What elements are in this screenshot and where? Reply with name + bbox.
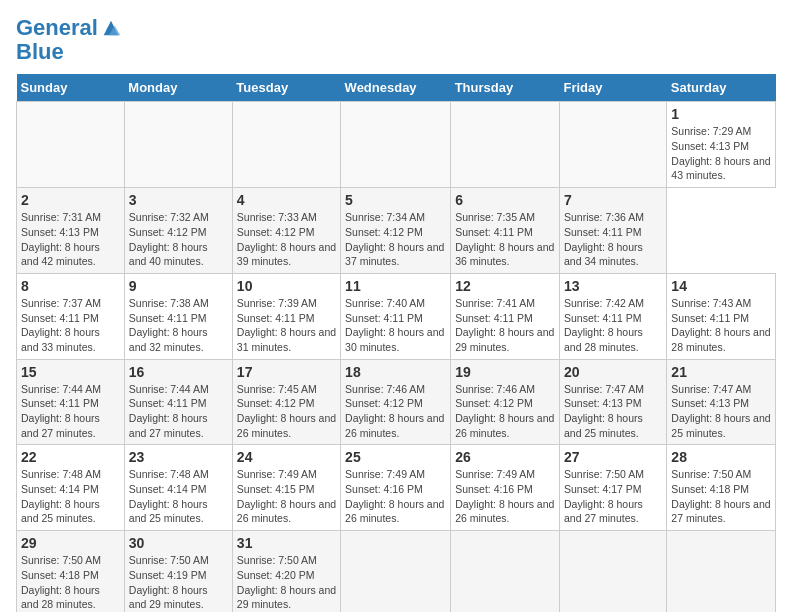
day-info: Sunrise: 7:49 AMSunset: 4:16 PMDaylight:… [455,467,555,526]
day-number: 16 [129,364,228,380]
calendar-cell: 24Sunrise: 7:49 AMSunset: 4:15 PMDayligh… [232,445,340,531]
calendar-cell: 6Sunrise: 7:35 AMSunset: 4:11 PMDaylight… [451,188,560,274]
day-info: Sunrise: 7:48 AMSunset: 4:14 PMDaylight:… [21,467,120,526]
day-number: 11 [345,278,446,294]
day-info: Sunrise: 7:50 AMSunset: 4:17 PMDaylight:… [564,467,662,526]
weekday-header-sunday: Sunday [17,74,125,102]
day-number: 1 [671,106,771,122]
calendar-cell: 16Sunrise: 7:44 AMSunset: 4:11 PMDayligh… [124,359,232,445]
day-number: 15 [21,364,120,380]
day-info: Sunrise: 7:47 AMSunset: 4:13 PMDaylight:… [671,382,771,441]
day-number: 26 [455,449,555,465]
calendar-cell [124,102,232,188]
day-number: 25 [345,449,446,465]
day-number: 12 [455,278,555,294]
day-number: 6 [455,192,555,208]
day-info: Sunrise: 7:32 AMSunset: 4:12 PMDaylight:… [129,210,228,269]
calendar-cell [559,102,666,188]
calendar-cell [232,102,340,188]
day-number: 31 [237,535,336,551]
day-number: 30 [129,535,228,551]
calendar-cell: 12Sunrise: 7:41 AMSunset: 4:11 PMDayligh… [451,273,560,359]
day-number: 5 [345,192,446,208]
day-info: Sunrise: 7:46 AMSunset: 4:12 PMDaylight:… [345,382,446,441]
calendar-cell: 27Sunrise: 7:50 AMSunset: 4:17 PMDayligh… [559,445,666,531]
weekday-header-monday: Monday [124,74,232,102]
calendar-cell: 28Sunrise: 7:50 AMSunset: 4:18 PMDayligh… [667,445,776,531]
logo-icon [100,17,122,39]
day-number: 7 [564,192,662,208]
day-info: Sunrise: 7:44 AMSunset: 4:11 PMDaylight:… [129,382,228,441]
day-number: 21 [671,364,771,380]
day-info: Sunrise: 7:50 AMSunset: 4:19 PMDaylight:… [129,553,228,612]
calendar-week-row: 22Sunrise: 7:48 AMSunset: 4:14 PMDayligh… [17,445,776,531]
day-number: 8 [21,278,120,294]
calendar-week-row: 15Sunrise: 7:44 AMSunset: 4:11 PMDayligh… [17,359,776,445]
calendar-cell [559,531,666,612]
calendar-cell: 2Sunrise: 7:31 AMSunset: 4:13 PMDaylight… [17,188,125,274]
day-info: Sunrise: 7:42 AMSunset: 4:11 PMDaylight:… [564,296,662,355]
calendar-cell: 5Sunrise: 7:34 AMSunset: 4:12 PMDaylight… [341,188,451,274]
calendar-cell: 17Sunrise: 7:45 AMSunset: 4:12 PMDayligh… [232,359,340,445]
calendar-cell: 18Sunrise: 7:46 AMSunset: 4:12 PMDayligh… [341,359,451,445]
calendar-cell: 22Sunrise: 7:48 AMSunset: 4:14 PMDayligh… [17,445,125,531]
calendar-cell: 20Sunrise: 7:47 AMSunset: 4:13 PMDayligh… [559,359,666,445]
calendar-cell: 14Sunrise: 7:43 AMSunset: 4:11 PMDayligh… [667,273,776,359]
calendar-cell: 3Sunrise: 7:32 AMSunset: 4:12 PMDaylight… [124,188,232,274]
calendar-cell [451,531,560,612]
day-info: Sunrise: 7:31 AMSunset: 4:13 PMDaylight:… [21,210,120,269]
calendar-table: SundayMondayTuesdayWednesdayThursdayFrid… [16,74,776,612]
calendar-cell [341,102,451,188]
day-info: Sunrise: 7:38 AMSunset: 4:11 PMDaylight:… [129,296,228,355]
weekday-header-thursday: Thursday [451,74,560,102]
day-info: Sunrise: 7:37 AMSunset: 4:11 PMDaylight:… [21,296,120,355]
day-info: Sunrise: 7:40 AMSunset: 4:11 PMDaylight:… [345,296,446,355]
calendar-cell: 26Sunrise: 7:49 AMSunset: 4:16 PMDayligh… [451,445,560,531]
day-number: 19 [455,364,555,380]
day-number: 18 [345,364,446,380]
day-info: Sunrise: 7:41 AMSunset: 4:11 PMDaylight:… [455,296,555,355]
day-number: 2 [21,192,120,208]
calendar-cell: 25Sunrise: 7:49 AMSunset: 4:16 PMDayligh… [341,445,451,531]
day-info: Sunrise: 7:39 AMSunset: 4:11 PMDaylight:… [237,296,336,355]
day-number: 22 [21,449,120,465]
calendar-week-row: 1Sunrise: 7:29 AMSunset: 4:13 PMDaylight… [17,102,776,188]
day-number: 9 [129,278,228,294]
day-number: 17 [237,364,336,380]
day-number: 3 [129,192,228,208]
day-number: 29 [21,535,120,551]
calendar-cell: 8Sunrise: 7:37 AMSunset: 4:11 PMDaylight… [17,273,125,359]
day-info: Sunrise: 7:36 AMSunset: 4:11 PMDaylight:… [564,210,662,269]
day-info: Sunrise: 7:50 AMSunset: 4:20 PMDaylight:… [237,553,336,612]
calendar-cell: 19Sunrise: 7:46 AMSunset: 4:12 PMDayligh… [451,359,560,445]
calendar-week-row: 2Sunrise: 7:31 AMSunset: 4:13 PMDaylight… [17,188,776,274]
calendar-cell: 9Sunrise: 7:38 AMSunset: 4:11 PMDaylight… [124,273,232,359]
calendar-cell: 21Sunrise: 7:47 AMSunset: 4:13 PMDayligh… [667,359,776,445]
weekday-header-tuesday: Tuesday [232,74,340,102]
day-info: Sunrise: 7:46 AMSunset: 4:12 PMDaylight:… [455,382,555,441]
calendar-cell: 10Sunrise: 7:39 AMSunset: 4:11 PMDayligh… [232,273,340,359]
day-info: Sunrise: 7:45 AMSunset: 4:12 PMDaylight:… [237,382,336,441]
day-number: 10 [237,278,336,294]
day-number: 23 [129,449,228,465]
day-number: 28 [671,449,771,465]
day-number: 20 [564,364,662,380]
weekday-header-saturday: Saturday [667,74,776,102]
day-info: Sunrise: 7:44 AMSunset: 4:11 PMDaylight:… [21,382,120,441]
logo-text: General [16,16,98,40]
day-info: Sunrise: 7:34 AMSunset: 4:12 PMDaylight:… [345,210,446,269]
calendar-cell: 4Sunrise: 7:33 AMSunset: 4:12 PMDaylight… [232,188,340,274]
day-number: 27 [564,449,662,465]
calendar-cell: 31Sunrise: 7:50 AMSunset: 4:20 PMDayligh… [232,531,340,612]
day-info: Sunrise: 7:49 AMSunset: 4:15 PMDaylight:… [237,467,336,526]
calendar-cell: 29Sunrise: 7:50 AMSunset: 4:18 PMDayligh… [17,531,125,612]
weekday-header-row: SundayMondayTuesdayWednesdayThursdayFrid… [17,74,776,102]
calendar-cell [17,102,125,188]
day-number: 14 [671,278,771,294]
calendar-cell: 13Sunrise: 7:42 AMSunset: 4:11 PMDayligh… [559,273,666,359]
day-info: Sunrise: 7:50 AMSunset: 4:18 PMDaylight:… [671,467,771,526]
calendar-week-row: 8Sunrise: 7:37 AMSunset: 4:11 PMDaylight… [17,273,776,359]
calendar-cell: 23Sunrise: 7:48 AMSunset: 4:14 PMDayligh… [124,445,232,531]
day-number: 24 [237,449,336,465]
calendar-week-row: 29Sunrise: 7:50 AMSunset: 4:18 PMDayligh… [17,531,776,612]
